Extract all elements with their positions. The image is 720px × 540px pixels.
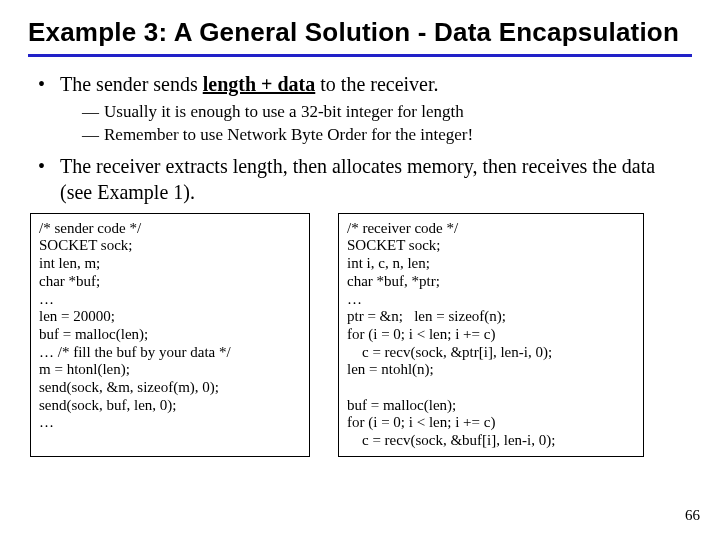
page-number: 66 (685, 507, 700, 524)
sub-bullet-2: Remember to use Network Byte Order for t… (82, 124, 692, 147)
slide-title: Example 3: A General Solution - Data Enc… (28, 18, 692, 48)
code-row: /* sender code */ SOCKET sock; int len, … (28, 213, 692, 457)
sender-code-box: /* sender code */ SOCKET sock; int len, … (30, 213, 310, 457)
bullet-2: The receiver extracts length, then alloc… (36, 153, 692, 205)
sub-bullet-1: Usually it is enough to use a 32-bit int… (82, 101, 692, 124)
bullet-1-post: to the receiver. (315, 73, 438, 95)
bullet-1-bold: length + data (203, 73, 316, 95)
bullet-1: The sender sends length + data to the re… (36, 71, 692, 147)
title-rule (28, 54, 692, 57)
receiver-code-box: /* receiver code */ SOCKET sock; int i, … (338, 213, 644, 457)
sub-bullet-list: Usually it is enough to use a 32-bit int… (60, 101, 692, 147)
bullet-list: The sender sends length + data to the re… (28, 71, 692, 205)
bullet-1-pre: The sender sends (60, 73, 203, 95)
